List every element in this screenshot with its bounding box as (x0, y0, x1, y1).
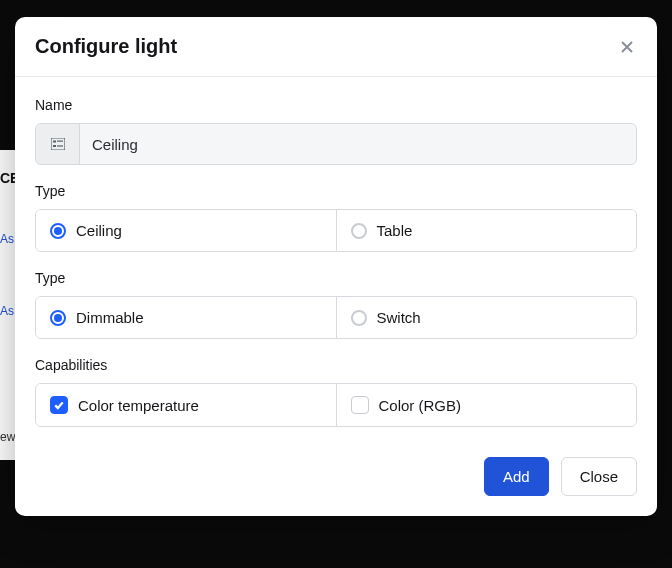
capability-color-rgb[interactable]: Color (RGB) (336, 384, 637, 426)
modal-title: Configure light (35, 35, 177, 58)
radio-icon (351, 223, 367, 239)
option-label: Dimmable (76, 309, 144, 326)
modal-body: Name Type Cei (15, 77, 657, 451)
capabilities-group: Capabilities Color temperature Color (RG… (35, 357, 637, 427)
svg-rect-3 (53, 145, 56, 147)
type2-option-row: Dimmable Switch (35, 296, 637, 339)
configure-light-modal: Configure light Name (15, 17, 657, 516)
svg-rect-0 (51, 138, 65, 150)
type2-label: Type (35, 270, 637, 286)
option-label: Table (377, 222, 413, 239)
option-label: Ceiling (76, 222, 122, 239)
radio-icon (50, 223, 66, 239)
type2-option-switch[interactable]: Switch (336, 297, 637, 338)
bg-text: As (0, 304, 14, 318)
type1-option-row: Ceiling Table (35, 209, 637, 252)
type-dimmable-switch-group: Type Dimmable Switch (35, 270, 637, 339)
svg-rect-2 (57, 141, 63, 142)
close-button[interactable]: Close (561, 457, 637, 496)
name-input-group (35, 123, 637, 165)
type1-option-table[interactable]: Table (336, 210, 637, 251)
type2-option-dimmable[interactable]: Dimmable (36, 297, 336, 338)
bg-text: As (0, 232, 14, 246)
radio-icon (50, 310, 66, 326)
radio-icon (351, 310, 367, 326)
type1-label: Type (35, 183, 637, 199)
capabilities-label: Capabilities (35, 357, 637, 373)
modal-footer: Add Close (15, 451, 657, 516)
name-input[interactable] (80, 124, 636, 164)
option-label: Color (RGB) (379, 397, 462, 414)
type-ceiling-table-group: Type Ceiling Table (35, 183, 637, 252)
capability-color-temperature[interactable]: Color temperature (36, 384, 336, 426)
capabilities-option-row: Color temperature Color (RGB) (35, 383, 637, 427)
bg-text: ew (0, 430, 15, 444)
svg-rect-1 (53, 141, 56, 143)
type1-option-ceiling[interactable]: Ceiling (36, 210, 336, 251)
close-icon[interactable] (617, 37, 637, 57)
option-label: Switch (377, 309, 421, 326)
name-field-group: Name (35, 97, 637, 165)
checkbox-icon (50, 396, 68, 414)
option-label: Color temperature (78, 397, 199, 414)
svg-rect-4 (57, 145, 63, 146)
name-label: Name (35, 97, 637, 113)
add-button[interactable]: Add (484, 457, 549, 496)
form-icon (36, 124, 80, 164)
checkbox-icon (351, 396, 369, 414)
modal-header: Configure light (15, 17, 657, 77)
